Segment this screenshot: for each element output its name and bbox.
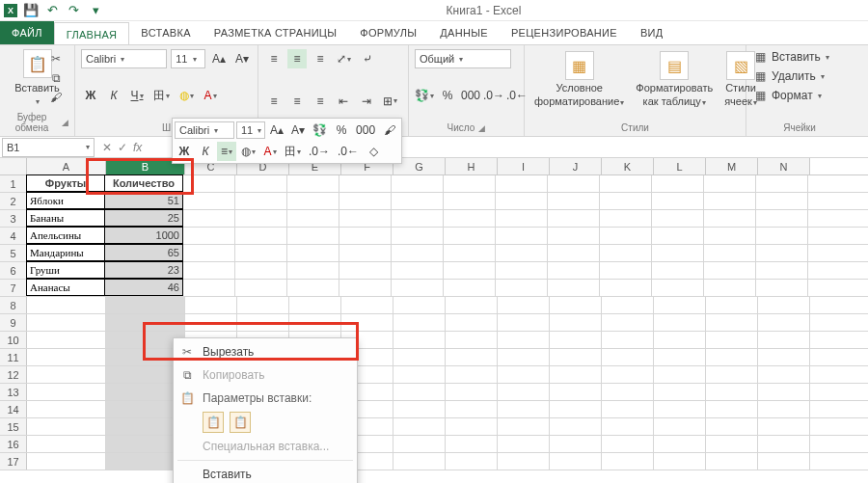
cell[interactable] [704, 280, 756, 296]
align-bottom-icon[interactable]: ≡ [311, 49, 330, 68]
cell[interactable] [652, 228, 704, 244]
comma-icon[interactable]: 000 [461, 86, 480, 105]
cell[interactable]: 65 [104, 244, 183, 261]
worksheet[interactable]: A B C D E F G H I J K L M N 1ФруктыКолич… [0, 158, 868, 470]
row-header[interactable]: 13 [0, 384, 27, 400]
cell[interactable] [758, 314, 810, 331]
ctx-cut[interactable]: ✂Вырезать [174, 340, 357, 363]
cell[interactable] [393, 384, 446, 400]
decrease-decimal-icon[interactable]: .0← [507, 86, 527, 105]
conditional-formatting-button[interactable]: ▦ Условное форматирование▾ [530, 49, 628, 109]
cell[interactable] [548, 262, 600, 279]
cell[interactable] [339, 280, 392, 296]
cell[interactable] [341, 297, 393, 313]
cell[interactable] [758, 332, 810, 348]
select-all-corner[interactable] [0, 158, 27, 174]
mini-bold-button[interactable]: Ж [175, 142, 194, 161]
cell[interactable] [652, 280, 704, 296]
cell[interactable]: Бананы [26, 209, 105, 227]
cell[interactable] [446, 297, 498, 313]
cell[interactable] [235, 280, 287, 296]
cell[interactable] [393, 453, 446, 470]
cell[interactable] [339, 228, 392, 244]
cell[interactable] [392, 210, 444, 227]
cell[interactable] [654, 401, 706, 417]
cell[interactable] [287, 228, 339, 244]
qat-customize-icon[interactable]: ▾ [88, 3, 103, 18]
cell[interactable] [393, 436, 446, 452]
row-header[interactable]: 7 [0, 280, 27, 296]
mini-fill-icon[interactable]: ◍▾ [238, 142, 258, 161]
cell[interactable] [446, 384, 498, 400]
cell[interactable] [550, 384, 602, 400]
cell[interactable] [550, 401, 602, 417]
cell[interactable] [339, 175, 392, 192]
cell[interactable] [704, 228, 756, 244]
cell[interactable] [756, 245, 808, 261]
save-icon[interactable]: 💾 [23, 3, 39, 18]
row-header[interactable]: 6 [0, 262, 27, 279]
align-top-icon[interactable]: ≡ [264, 49, 284, 68]
cell[interactable] [706, 314, 758, 331]
col-J[interactable]: J [550, 158, 602, 174]
tab-page-layout[interactable]: РАЗМЕТКА СТРАНИЦЫ [203, 21, 349, 44]
cell[interactable] [393, 297, 446, 313]
cell[interactable] [550, 297, 602, 313]
cell[interactable] [758, 366, 810, 383]
cell[interactable] [392, 280, 444, 296]
font-color-button[interactable]: A▾ [201, 86, 220, 105]
cell[interactable]: 1000 [104, 227, 183, 244]
enter-formula-icon[interactable]: ✓ [118, 141, 127, 154]
cell[interactable] [756, 228, 808, 244]
cell[interactable]: 46 [104, 279, 183, 296]
cell[interactable] [706, 418, 758, 435]
cell[interactable] [183, 280, 235, 296]
cell[interactable]: Ананасы [26, 279, 105, 296]
cell[interactable] [548, 193, 600, 209]
row-header[interactable]: 9 [0, 314, 27, 331]
cell[interactable] [654, 418, 706, 435]
cell[interactable] [548, 175, 600, 192]
insert-cells-button[interactable]: Вставить [772, 50, 821, 64]
cell[interactable] [339, 210, 392, 227]
align-right-icon[interactable]: ≡ [311, 92, 330, 111]
cell[interactable] [446, 418, 498, 435]
cell[interactable] [654, 314, 706, 331]
cell[interactable] [444, 262, 496, 279]
cell[interactable] [444, 245, 496, 261]
paste-option-2-icon[interactable]: 📋 [230, 412, 251, 433]
cancel-formula-icon[interactable]: ✕ [102, 141, 112, 154]
mini-size-select[interactable]: 11▾ [236, 121, 265, 139]
wrap-text-icon[interactable]: ⤶ [358, 49, 377, 68]
cell[interactable] [496, 210, 548, 227]
font-name-select[interactable]: Calibri▾ [81, 49, 167, 68]
cell[interactable] [704, 245, 756, 261]
cell[interactable] [706, 297, 758, 313]
cell[interactable] [27, 332, 106, 348]
cell[interactable] [235, 193, 287, 209]
cell[interactable] [237, 297, 289, 313]
tab-file[interactable]: ФАЙЛ [0, 21, 54, 44]
cell[interactable] [392, 193, 444, 209]
cell[interactable] [758, 349, 810, 365]
cell[interactable] [600, 175, 652, 192]
cell[interactable] [393, 314, 446, 331]
border-button[interactable]: 田▾ [150, 86, 173, 105]
cell[interactable] [602, 401, 654, 417]
cell[interactable] [652, 210, 704, 227]
decrease-font-icon[interactable]: A▾ [232, 49, 252, 68]
cell[interactable] [706, 332, 758, 348]
bold-button[interactable]: Ж [81, 86, 100, 105]
col-L[interactable]: L [654, 158, 706, 174]
cell[interactable] [550, 314, 602, 331]
mini-border-icon[interactable]: 田▾ [282, 142, 304, 161]
cell[interactable] [27, 401, 106, 417]
cell[interactable] [444, 175, 496, 192]
undo-icon[interactable]: ↶ [44, 3, 60, 18]
mini-increase-font-icon[interactable]: A▴ [267, 121, 286, 140]
italic-button[interactable]: К [104, 86, 123, 105]
cell[interactable] [341, 314, 393, 331]
row-header[interactable]: 14 [0, 401, 27, 417]
cell[interactable] [602, 436, 654, 452]
tab-review[interactable]: РЕЦЕНЗИРОВАНИЕ [500, 21, 629, 44]
